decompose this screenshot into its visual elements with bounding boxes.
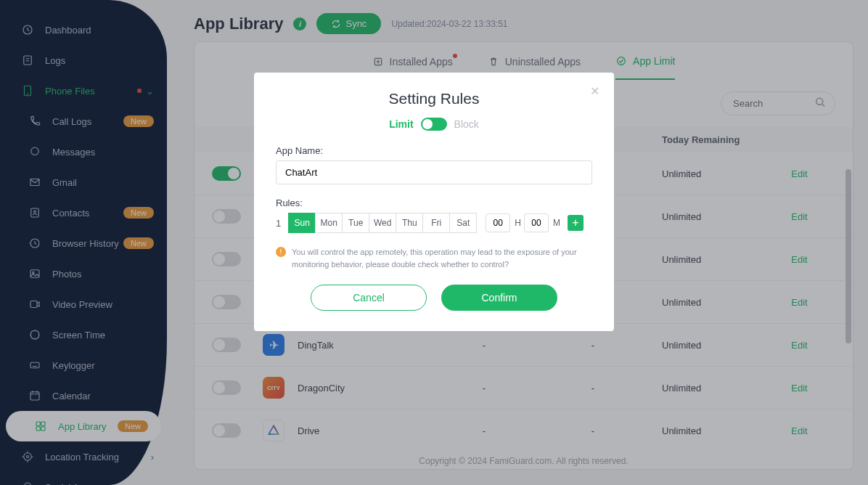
minute-input[interactable]: [524, 213, 549, 232]
rule-row: 1 Sun Mon Tue Wed Thu Fri Sat H M +: [276, 213, 592, 233]
modal-title: Setting Rules: [276, 90, 592, 107]
day-mon[interactable]: Mon: [315, 213, 343, 233]
setting-rules-modal: ✕ Setting Rules Limit Block App Name: Ru…: [254, 73, 614, 331]
hour-unit: H: [515, 218, 521, 228]
mode-selector: Limit Block: [276, 118, 592, 131]
day-thu[interactable]: Thu: [396, 213, 423, 233]
add-rule-button[interactable]: +: [568, 215, 584, 231]
modal-overlay: ✕ Setting Rules Limit Block App Name: Ru…: [0, 0, 868, 485]
day-wed[interactable]: Wed: [369, 213, 396, 233]
minute-unit: M: [553, 218, 560, 228]
modal-buttons: Cancel Confirm: [276, 285, 592, 311]
mode-limit-label: Limit: [389, 118, 413, 130]
close-button[interactable]: ✕: [590, 84, 599, 98]
mode-toggle[interactable]: [421, 118, 447, 131]
cancel-button[interactable]: Cancel: [311, 285, 427, 311]
hour-input[interactable]: [486, 213, 510, 232]
warning-icon: !: [276, 247, 286, 257]
warning-message: ! You will control the app remotely, thi…: [276, 246, 592, 270]
day-tue[interactable]: Tue: [342, 213, 369, 233]
day-sat[interactable]: Sat: [449, 213, 477, 233]
day-sun[interactable]: Sun: [288, 213, 316, 233]
mode-block-label: Block: [454, 118, 479, 130]
confirm-button[interactable]: Confirm: [441, 285, 557, 311]
app-name-label: App Name:: [276, 145, 592, 156]
warning-text: You will control the app remotely, this …: [292, 246, 592, 270]
day-fri[interactable]: Fri: [422, 213, 450, 233]
app-name-input[interactable]: [276, 160, 592, 184]
rules-label: Rules:: [276, 197, 592, 208]
rule-number: 1: [276, 218, 281, 229]
